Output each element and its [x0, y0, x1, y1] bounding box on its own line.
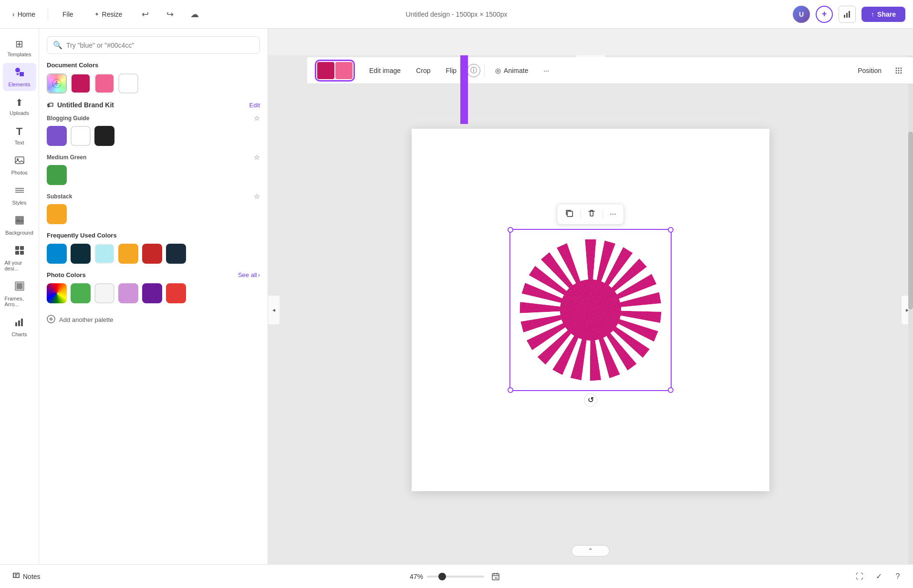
action-divider	[580, 209, 581, 219]
svg-rect-0	[844, 15, 845, 18]
flip-button[interactable]: Flip	[439, 64, 464, 77]
crop-label: Crop	[416, 67, 430, 74]
blogging-color-purple[interactable]	[47, 126, 67, 146]
element-delete-button[interactable]	[584, 207, 599, 221]
element-copy-button[interactable]	[562, 207, 576, 221]
handle-bottom-left[interactable]	[508, 387, 513, 393]
sidebar-item-styles[interactable]: Styles	[3, 181, 36, 209]
sidebar-item-text[interactable]: T Text	[3, 122, 36, 149]
sidebar-item-all-designs[interactable]: All your desi...	[3, 241, 36, 275]
add-palette-button[interactable]: Add another palette	[47, 311, 260, 329]
medium-green-color[interactable]	[47, 165, 67, 185]
svg-rect-18	[18, 320, 20, 326]
photo-color-green[interactable]	[71, 283, 91, 303]
analytics-button[interactable]	[839, 6, 856, 23]
handle-top-left[interactable]	[508, 227, 513, 233]
sunburst-element[interactable]: ··· ↺	[509, 229, 672, 391]
doc-color-light-pink[interactable]	[94, 73, 114, 93]
photo-color-multi[interactable]	[47, 283, 67, 303]
help-button[interactable]: ?	[890, 569, 905, 584]
redo-button[interactable]: ↪	[161, 6, 178, 23]
sidebar-item-photos[interactable]: Photos	[3, 151, 36, 179]
palette-star-icon[interactable]: ☆	[254, 154, 260, 161]
freq-color-4[interactable]	[118, 244, 138, 264]
document-colors-title: Document Colors	[47, 62, 260, 69]
blogging-color-white[interactable]	[71, 126, 91, 146]
home-button[interactable]: ‹ Home	[8, 8, 40, 21]
topbar-divider	[48, 9, 48, 20]
share-button[interactable]: ↑ Share	[861, 7, 905, 22]
freq-color-5[interactable]	[142, 244, 162, 264]
color-swatch-group[interactable]	[315, 60, 355, 82]
sidebar-item-frames[interactable]: Frames, Arro...	[3, 277, 36, 311]
check-button[interactable]: ✓	[871, 569, 886, 584]
sidebar-item-elements[interactable]: Elements	[3, 63, 36, 91]
brand-kit-name: Untitled Brand Kit	[57, 101, 114, 109]
undo-button[interactable]: ↩	[136, 6, 154, 23]
canvas-expand-bar[interactable]: ⌃	[571, 545, 610, 557]
sidebar-item-label: Background	[5, 230, 33, 236]
doc-color-white[interactable]	[118, 73, 138, 93]
handle-bottom-right[interactable]	[668, 387, 674, 393]
freq-color-2[interactable]	[71, 244, 91, 264]
photo-color-red[interactable]	[166, 283, 186, 303]
element-more-button[interactable]: ···	[607, 208, 619, 220]
blogging-color-black[interactable]	[94, 126, 114, 146]
rotate-handle[interactable]: ↺	[584, 393, 597, 407]
canvas-container[interactable]: ▲ ◂ ▸	[268, 55, 913, 564]
resize-button[interactable]: ✦ Resize	[88, 8, 129, 21]
notes-button[interactable]: Notes	[8, 569, 45, 584]
toolbar-divider	[484, 64, 485, 77]
sidebar-item-label: Elements	[9, 82, 31, 87]
zoom-slider[interactable]	[427, 576, 484, 578]
palette-star-icon[interactable]: ☆	[254, 114, 260, 122]
photo-color-white[interactable]	[94, 283, 114, 303]
animate-button[interactable]: ◎ Animate	[488, 64, 535, 77]
fullscreen-button[interactable]: ⛶	[852, 569, 867, 584]
color-search-input[interactable]	[66, 41, 254, 49]
freq-color-1[interactable]	[47, 244, 67, 264]
swatch-deep-pink[interactable]	[317, 62, 334, 79]
freq-color-3[interactable]	[94, 244, 114, 264]
see-all-button[interactable]: See all ›	[238, 271, 260, 279]
palette-star-icon[interactable]: ☆	[254, 193, 260, 200]
position-label: Position	[858, 67, 882, 74]
sidebar-item-uploads[interactable]: ⬆ Uploads	[3, 93, 36, 120]
file-button[interactable]: File	[56, 8, 80, 21]
topbar-right: U + ↑ Share	[684, 6, 906, 23]
calendar-button[interactable]: 31	[488, 569, 503, 584]
sidebar-item-charts[interactable]: Charts	[3, 313, 36, 341]
position-button[interactable]: Position	[851, 64, 888, 77]
edit-image-button[interactable]: Edit image	[363, 64, 407, 77]
info-button[interactable]: ⓘ	[467, 64, 480, 77]
canvas-scrollbar-track[interactable]	[908, 55, 913, 564]
palette-substack-label: Substack	[47, 193, 72, 200]
topbar: ‹ Home File ✦ Resize ↩ ↪ ☁ Untitled desi…	[0, 0, 913, 29]
add-collaborator-button[interactable]: +	[816, 6, 833, 23]
user-avatar[interactable]: U	[793, 6, 810, 23]
photo-color-lavender[interactable]	[118, 283, 138, 303]
freq-color-6[interactable]	[166, 244, 186, 264]
canvas-scrollbar-thumb[interactable]	[908, 132, 913, 309]
handle-top-right[interactable]	[668, 227, 674, 233]
brand-kit-edit-link[interactable]: Edit	[249, 102, 260, 109]
substack-orange-color[interactable]	[47, 204, 67, 224]
palette-medium-green-label: Medium Green	[47, 154, 86, 161]
doc-color-deep-pink[interactable]	[71, 73, 91, 93]
canvas[interactable]: ··· ↺	[412, 129, 769, 491]
grid-dots-button[interactable]	[892, 64, 905, 77]
main-area: ⊞ Templates Elements ⬆ Uploads T Text Ph…	[0, 29, 913, 564]
cloud-save-button[interactable]: ☁	[186, 6, 203, 23]
canvas-scroll-left[interactable]: ◂	[268, 296, 280, 324]
color-search-box[interactable]: 🔍	[47, 36, 260, 54]
sidebar-item-label: Photos	[11, 170, 27, 175]
add-color-button[interactable]	[47, 73, 67, 93]
sidebar-item-templates[interactable]: ⊞ Templates	[3, 34, 36, 61]
sidebar-item-background[interactable]: Background	[3, 211, 36, 239]
element-toolbar: Edit image Crop Flip ⓘ ◎ Animate ··· Pos…	[307, 57, 913, 84]
crop-button[interactable]: Crop	[409, 64, 437, 77]
swatch-light-pink[interactable]	[335, 62, 353, 79]
more-button[interactable]: ···	[537, 64, 556, 77]
see-all-label: See all	[238, 271, 257, 279]
photo-color-purple[interactable]	[142, 283, 162, 303]
